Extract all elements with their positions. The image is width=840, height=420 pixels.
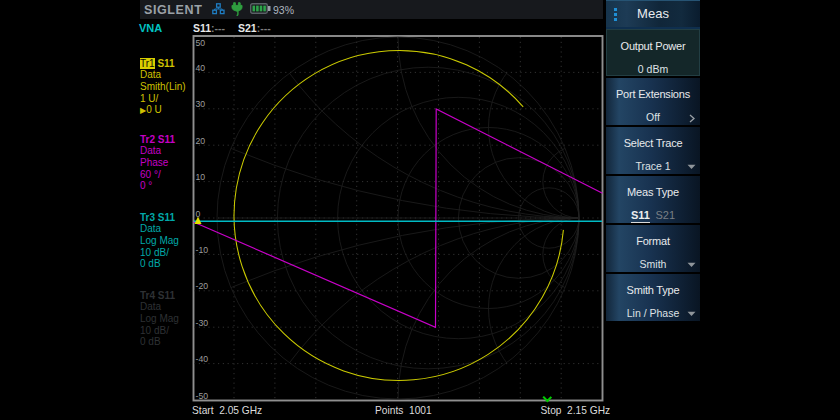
svg-text:Points 1001: Points 1001 — [375, 405, 432, 416]
svg-text:20: 20 — [196, 136, 206, 146]
svg-text:10: 10 — [196, 172, 206, 182]
svg-text:S11:---: S11:--- — [193, 22, 226, 34]
svg-text:-50: -50 — [196, 391, 209, 401]
svg-text:40: 40 — [196, 63, 206, 73]
svg-text:-10: -10 — [196, 245, 209, 255]
svg-text:30: 30 — [196, 99, 206, 109]
svg-text:-20: -20 — [196, 281, 209, 291]
svg-text:-30: -30 — [196, 318, 209, 328]
svg-text:-40: -40 — [196, 354, 209, 364]
svg-text:S21:---: S21:--- — [238, 22, 271, 34]
svg-text:Stop 2.15 GHz: Stop 2.15 GHz — [541, 405, 611, 416]
svg-text:50: 50 — [196, 38, 206, 48]
svg-text:Start 2.05 GHz: Start 2.05 GHz — [192, 405, 262, 416]
